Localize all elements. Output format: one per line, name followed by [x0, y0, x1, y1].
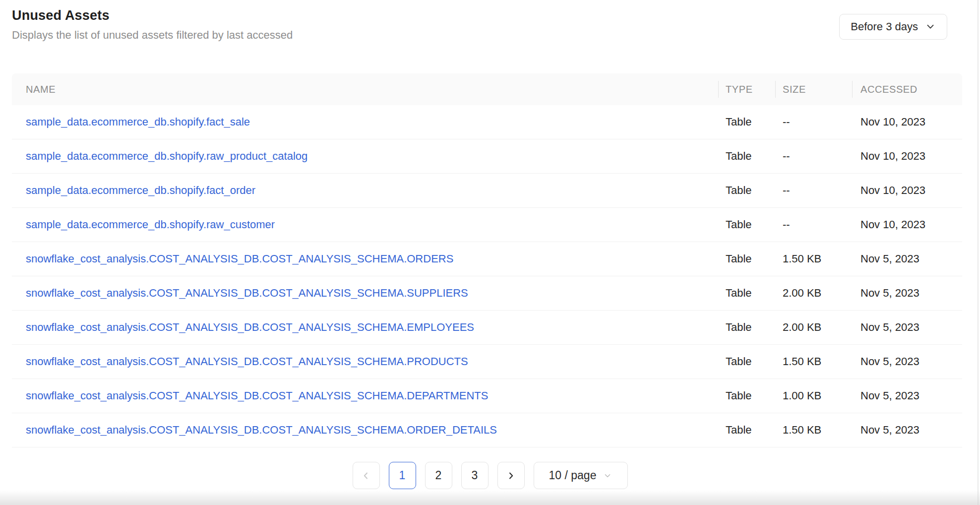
- asset-link[interactable]: snowflake_cost_analysis.COST_ANALYSIS_DB…: [26, 287, 468, 300]
- size-cell: --: [775, 208, 852, 242]
- accessed-cell: Nov 10, 2023: [852, 174, 962, 207]
- type-cell: Table: [718, 276, 775, 310]
- filter-selected-value: Before 3 days: [851, 20, 918, 33]
- chevron-down-icon: [925, 21, 936, 32]
- table-header-row: NAME TYPE SIZE ACCESSED: [12, 73, 962, 105]
- page-header-text: Unused Assets Displays the list of unuse…: [12, 8, 293, 42]
- bottom-fade: [0, 490, 980, 505]
- name-cell: snowflake_cost_analysis.COST_ANALYSIS_DB…: [12, 242, 718, 276]
- pagination-next-button[interactable]: [497, 462, 525, 489]
- name-cell: sample_data.ecommerce_db.shopify.raw_pro…: [12, 139, 718, 173]
- accessed-cell: Nov 5, 2023: [852, 311, 962, 344]
- name-cell: snowflake_cost_analysis.COST_ANALYSIS_DB…: [12, 276, 718, 310]
- asset-link[interactable]: snowflake_cost_analysis.COST_ANALYSIS_DB…: [26, 389, 488, 402]
- column-header-name: NAME: [12, 73, 718, 105]
- pagination-pages: 123: [389, 462, 489, 489]
- accessed-cell: Nov 10, 2023: [852, 105, 962, 139]
- size-cell: 1.50 KB: [775, 413, 852, 447]
- pagination-page-button[interactable]: 2: [425, 462, 452, 489]
- type-cell: Table: [718, 105, 775, 139]
- type-cell: Table: [718, 413, 775, 447]
- table-row: sample_data.ecommerce_db.shopify.raw_pro…: [12, 139, 962, 174]
- type-cell: Table: [718, 139, 775, 173]
- accessed-cell: Nov 5, 2023: [852, 242, 962, 276]
- type-cell: Table: [718, 208, 775, 242]
- name-cell: sample_data.ecommerce_db.shopify.fact_or…: [12, 174, 718, 207]
- page-title: Unused Assets: [12, 8, 293, 23]
- size-cell: --: [775, 139, 852, 173]
- page-subtitle: Displays the list of unused assets filte…: [12, 29, 293, 42]
- accessed-cell: Nov 5, 2023: [852, 379, 962, 413]
- size-cell: 1.50 KB: [775, 345, 852, 379]
- pagination-page-button[interactable]: 3: [461, 462, 489, 489]
- size-cell: 2.00 KB: [775, 276, 852, 310]
- pagination-page-button[interactable]: 1: [389, 462, 416, 489]
- column-header-type: TYPE: [718, 73, 775, 105]
- type-cell: Table: [718, 311, 775, 344]
- name-cell: sample_data.ecommerce_db.shopify.raw_cus…: [12, 208, 718, 242]
- asset-link[interactable]: snowflake_cost_analysis.COST_ANALYSIS_DB…: [26, 321, 474, 334]
- pagination: 123 10 / page: [0, 462, 980, 489]
- asset-link[interactable]: snowflake_cost_analysis.COST_ANALYSIS_DB…: [26, 424, 497, 437]
- table-row: snowflake_cost_analysis.COST_ANALYSIS_DB…: [12, 242, 962, 276]
- table-row: snowflake_cost_analysis.COST_ANALYSIS_DB…: [12, 311, 962, 345]
- size-cell: --: [775, 105, 852, 139]
- name-cell: snowflake_cost_analysis.COST_ANALYSIS_DB…: [12, 379, 718, 413]
- chevron-down-icon: [603, 471, 612, 480]
- size-cell: 1.50 KB: [775, 242, 852, 276]
- table-row: snowflake_cost_analysis.COST_ANALYSIS_DB…: [12, 413, 962, 447]
- accessed-cell: Nov 5, 2023: [852, 413, 962, 447]
- table-row: snowflake_cost_analysis.COST_ANALYSIS_DB…: [12, 379, 962, 413]
- page-size-value: 10 / page: [549, 469, 597, 482]
- scrollbar-track[interactable]: [978, 0, 979, 505]
- size-cell: 2.00 KB: [775, 311, 852, 344]
- column-header-size: SIZE: [775, 73, 852, 105]
- accessed-cell: Nov 10, 2023: [852, 208, 962, 242]
- table-row: sample_data.ecommerce_db.shopify.fact_or…: [12, 174, 962, 208]
- asset-link[interactable]: sample_data.ecommerce_db.shopify.raw_pro…: [26, 150, 307, 163]
- last-accessed-filter-select[interactable]: Before 3 days: [839, 14, 947, 40]
- table-row: sample_data.ecommerce_db.shopify.raw_cus…: [12, 208, 962, 242]
- asset-link[interactable]: sample_data.ecommerce_db.shopify.fact_sa…: [26, 116, 250, 128]
- type-cell: Table: [718, 345, 775, 379]
- page-size-select[interactable]: 10 / page: [534, 462, 628, 489]
- asset-link[interactable]: sample_data.ecommerce_db.shopify.raw_cus…: [26, 218, 275, 231]
- asset-link[interactable]: snowflake_cost_analysis.COST_ANALYSIS_DB…: [26, 355, 468, 368]
- unused-assets-table: NAME TYPE SIZE ACCESSED sample_data.ecom…: [12, 73, 962, 447]
- type-cell: Table: [718, 242, 775, 276]
- accessed-cell: Nov 10, 2023: [852, 139, 962, 173]
- size-cell: --: [775, 174, 852, 207]
- table-row: sample_data.ecommerce_db.shopify.fact_sa…: [12, 105, 962, 139]
- type-cell: Table: [718, 379, 775, 413]
- asset-link[interactable]: snowflake_cost_analysis.COST_ANALYSIS_DB…: [26, 252, 453, 265]
- chevron-right-icon: [506, 471, 516, 481]
- name-cell: snowflake_cost_analysis.COST_ANALYSIS_DB…: [12, 345, 718, 379]
- page-header: Unused Assets Displays the list of unuse…: [0, 0, 980, 42]
- name-cell: snowflake_cost_analysis.COST_ANALYSIS_DB…: [12, 311, 718, 344]
- chevron-left-icon: [361, 471, 371, 481]
- column-header-accessed: ACCESSED: [852, 73, 962, 105]
- asset-link[interactable]: sample_data.ecommerce_db.shopify.fact_or…: [26, 184, 255, 197]
- table-row: snowflake_cost_analysis.COST_ANALYSIS_DB…: [12, 345, 962, 379]
- table-body: sample_data.ecommerce_db.shopify.fact_sa…: [12, 105, 962, 447]
- pagination-prev-button[interactable]: [353, 462, 380, 489]
- accessed-cell: Nov 5, 2023: [852, 276, 962, 310]
- size-cell: 1.00 KB: [775, 379, 852, 413]
- name-cell: snowflake_cost_analysis.COST_ANALYSIS_DB…: [12, 413, 718, 447]
- accessed-cell: Nov 5, 2023: [852, 345, 962, 379]
- type-cell: Table: [718, 174, 775, 207]
- table-row: snowflake_cost_analysis.COST_ANALYSIS_DB…: [12, 276, 962, 311]
- name-cell: sample_data.ecommerce_db.shopify.fact_sa…: [12, 105, 718, 139]
